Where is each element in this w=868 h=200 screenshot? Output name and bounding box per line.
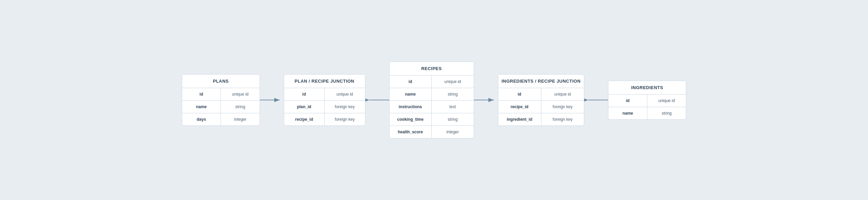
cell-val: unique id [647, 95, 686, 107]
cell-key: plan_id [284, 101, 325, 113]
cell-key: name [182, 101, 221, 113]
table-row: ingredient_id foreign key [498, 113, 584, 126]
ingredients-recipe-junction-table: INGREDIENTS / RECIPE JUNCTION id unique … [498, 74, 585, 126]
table-row: name string [389, 88, 474, 101]
table-row: id unique id [608, 95, 686, 107]
table-row: recipe_id foreign key [498, 101, 584, 113]
ingredients-table: INGREDIENTS id unique id name string [608, 81, 686, 120]
cell-key: id [608, 95, 647, 107]
cell-key: cooking_time [389, 113, 432, 126]
table-row: recipe_id foreign key [284, 113, 365, 126]
cell-val: unique id [541, 88, 584, 100]
table-row: plan_id foreign key [284, 101, 365, 113]
er-diagram: PLANS id unique id name string days inte… [182, 62, 687, 138]
arrow-recipes-ing-junction [474, 90, 498, 110]
ingredients-title: INGREDIENTS [608, 81, 686, 95]
arrow-ing-junction-ingredients [584, 90, 608, 110]
cell-val: foreign key [325, 113, 365, 126]
table-row: health_score integer [389, 126, 474, 138]
table-row: id unique id [389, 76, 474, 88]
cell-key: id [389, 76, 432, 88]
table-row: id unique id [498, 88, 584, 101]
recipes-title: RECIPES [389, 62, 474, 76]
table-row: id unique id [284, 88, 365, 101]
cell-val: string [432, 113, 474, 126]
cell-val: foreign key [541, 101, 584, 113]
cell-key: id [498, 88, 541, 100]
cell-val: string [647, 107, 686, 119]
cell-key: instructions [389, 101, 432, 113]
arrow-junction-recipes [365, 90, 389, 110]
cell-key: days [182, 113, 221, 126]
cell-key: recipe_id [498, 101, 541, 113]
cell-key: id [284, 88, 325, 100]
cell-val: unique id [325, 88, 365, 100]
cell-key: name [608, 107, 647, 119]
cell-val: foreign key [541, 113, 584, 126]
table-row: name string [608, 107, 686, 119]
cell-key: health_score [389, 126, 432, 138]
plans-title: PLANS [182, 74, 260, 88]
table-row: days integer [182, 113, 260, 126]
cell-key: ingredient_id [498, 113, 541, 126]
cell-val: unique id [221, 88, 260, 100]
plans-table: PLANS id unique id name string days inte… [182, 74, 260, 126]
table-row: cooking_time string [389, 113, 474, 126]
cell-val: unique id [432, 76, 474, 88]
table-row: name string [182, 101, 260, 113]
table-row: instructions text [389, 101, 474, 113]
ingredients-recipe-junction-title: INGREDIENTS / RECIPE JUNCTION [498, 74, 584, 88]
cell-val: foreign key [325, 101, 365, 113]
cell-key: name [389, 88, 432, 100]
cell-val: string [221, 101, 260, 113]
cell-key: recipe_id [284, 113, 325, 126]
cell-key: id [182, 88, 221, 100]
plan-recipe-junction-table: PLAN / RECIPE JUNCTION id unique id plan… [284, 74, 365, 126]
recipes-table: RECIPES id unique id name string instruc… [389, 62, 474, 138]
cell-val: integer [221, 113, 260, 126]
table-row: id unique id [182, 88, 260, 101]
arrow-plans-junction [260, 90, 284, 110]
cell-val: string [432, 88, 474, 100]
cell-val: text [432, 101, 474, 113]
cell-val: integer [432, 126, 474, 138]
plan-recipe-junction-title: PLAN / RECIPE JUNCTION [284, 74, 365, 88]
